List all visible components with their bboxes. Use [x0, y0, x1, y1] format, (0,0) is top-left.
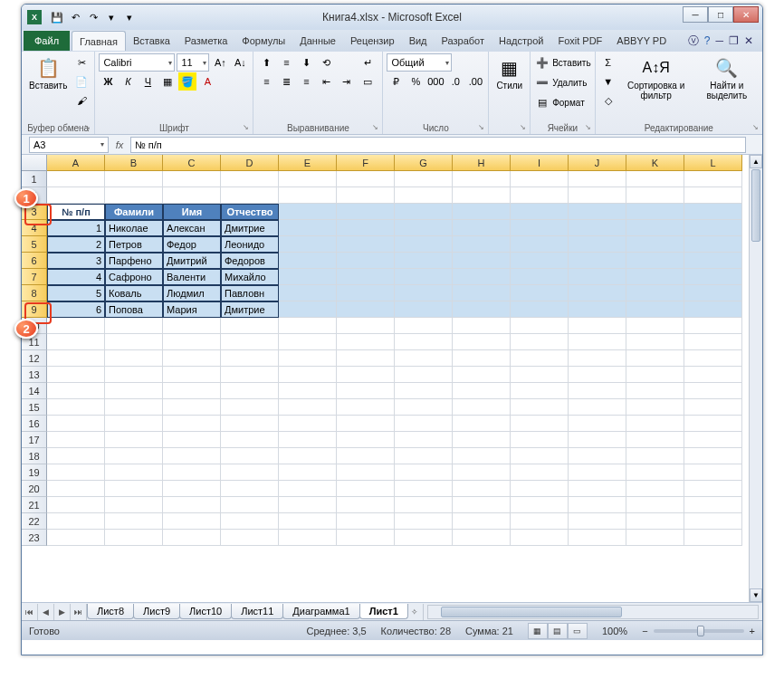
cell-F19[interactable] — [337, 464, 395, 481]
cell-I1[interactable] — [511, 171, 569, 187]
cell-B3[interactable]: Фамили — [105, 204, 163, 220]
column-header-G[interactable]: G — [395, 155, 453, 171]
cell-F12[interactable] — [337, 350, 395, 367]
wb-restore-icon[interactable]: ❐ — [729, 34, 739, 47]
cell-E23[interactable] — [279, 530, 337, 546]
cell-G2[interactable] — [395, 187, 453, 204]
file-tab[interactable]: Файл — [24, 31, 70, 51]
styles-button[interactable]: ▦ Стили — [492, 53, 526, 92]
column-header-D[interactable]: D — [221, 155, 279, 171]
cell-G5[interactable] — [395, 236, 453, 253]
cell-C17[interactable] — [163, 432, 221, 448]
cell-H4[interactable] — [453, 220, 511, 236]
cell-B8[interactable]: Коваль — [105, 285, 163, 301]
wrap-text-icon[interactable]: ↵ — [357, 53, 378, 72]
cell-C23[interactable] — [163, 530, 221, 546]
cell-E21[interactable] — [279, 497, 337, 513]
row-header-23[interactable]: 23 — [22, 530, 47, 546]
cell-E22[interactable] — [279, 513, 337, 530]
cell-K18[interactable] — [626, 448, 684, 464]
row-header-12[interactable]: 12 — [22, 350, 47, 367]
cell-A22[interactable] — [47, 513, 105, 530]
format-painter-icon[interactable]: 🖌 — [72, 91, 91, 110]
cell-G19[interactable] — [395, 464, 453, 481]
cell-A8[interactable]: 5 — [47, 285, 105, 301]
column-header-F[interactable]: F — [337, 155, 395, 171]
zoom-slider[interactable]: − + — [642, 626, 755, 636]
cell-C11[interactable] — [163, 334, 221, 350]
select-all-corner[interactable] — [22, 155, 47, 171]
cell-K15[interactable] — [626, 399, 684, 416]
cell-K11[interactable] — [626, 334, 684, 350]
cell-H6[interactable] — [453, 253, 511, 269]
worksheet-grid[interactable]: ABCDEFGHIJKL 123456789101112131415161718… — [22, 155, 762, 602]
cell-L2[interactable] — [684, 187, 742, 204]
cell-B15[interactable] — [105, 399, 163, 416]
cell-C13[interactable] — [163, 367, 221, 383]
column-header-B[interactable]: B — [105, 155, 163, 171]
cell-B18[interactable] — [105, 448, 163, 464]
cell-H11[interactable] — [453, 334, 511, 350]
cell-I8[interactable] — [511, 285, 569, 301]
number-format-combo[interactable]: Общий — [387, 53, 452, 72]
cell-G18[interactable] — [395, 448, 453, 464]
indent-inc-icon[interactable]: ⇥ — [337, 72, 355, 91]
cell-H2[interactable] — [453, 187, 511, 204]
row-header-17[interactable]: 17 — [22, 432, 47, 448]
tab-review[interactable]: Рецензир — [343, 31, 402, 51]
cell-A6[interactable]: 3 — [47, 253, 105, 269]
cell-H22[interactable] — [453, 513, 511, 530]
cell-J16[interactable] — [569, 416, 626, 432]
cell-D23[interactable] — [221, 530, 279, 546]
vertical-scrollbar[interactable]: ▲ ▼ — [749, 155, 762, 602]
cell-B5[interactable]: Петров — [105, 236, 163, 253]
cell-H17[interactable] — [453, 432, 511, 448]
tab-addins[interactable]: Надстрой — [492, 31, 550, 51]
cell-H1[interactable] — [453, 171, 511, 187]
cell-D7[interactable]: Михайло — [221, 269, 279, 285]
cell-G4[interactable] — [395, 220, 453, 236]
cell-A2[interactable] — [47, 187, 105, 204]
cell-K14[interactable] — [626, 383, 684, 399]
minimize-button[interactable]: ─ — [683, 6, 708, 23]
cell-J5[interactable] — [569, 236, 626, 253]
indent-dec-icon[interactable]: ⇤ — [317, 72, 335, 91]
cell-E18[interactable] — [279, 448, 337, 464]
row-header-20[interactable]: 20 — [22, 481, 47, 497]
cell-E2[interactable] — [279, 187, 337, 204]
cell-F20[interactable] — [337, 481, 395, 497]
cell-L7[interactable] — [684, 269, 742, 285]
cell-G13[interactable] — [395, 367, 453, 383]
bold-button[interactable]: Ж — [99, 72, 117, 91]
cell-D16[interactable] — [221, 416, 279, 432]
cell-G17[interactable] — [395, 432, 453, 448]
cell-A10[interactable] — [47, 318, 105, 334]
cell-A12[interactable] — [47, 350, 105, 367]
cell-K23[interactable] — [626, 530, 684, 546]
cell-F17[interactable] — [337, 432, 395, 448]
cell-D10[interactable] — [221, 318, 279, 334]
cell-D4[interactable]: Дмитрие — [221, 220, 279, 236]
cell-I23[interactable] — [511, 530, 569, 546]
grow-font-icon[interactable]: A↑ — [211, 53, 229, 72]
cell-L21[interactable] — [684, 497, 742, 513]
cell-J15[interactable] — [569, 399, 626, 416]
inc-dec-icon[interactable]: .0 — [446, 72, 464, 91]
cell-I9[interactable] — [511, 301, 569, 318]
cell-I6[interactable] — [511, 253, 569, 269]
cell-I17[interactable] — [511, 432, 569, 448]
cell-B1[interactable] — [105, 171, 163, 187]
cell-C2[interactable] — [163, 187, 221, 204]
cell-C12[interactable] — [163, 350, 221, 367]
column-header-A[interactable]: A — [47, 155, 105, 171]
cell-H12[interactable] — [453, 350, 511, 367]
cell-G7[interactable] — [395, 269, 453, 285]
comma-icon[interactable]: 000 — [426, 72, 445, 91]
cell-G22[interactable] — [395, 513, 453, 530]
column-header-K[interactable]: K — [626, 155, 684, 171]
cell-E5[interactable] — [279, 236, 337, 253]
cell-C6[interactable]: Дмитрий — [163, 253, 221, 269]
cells-area[interactable]: № п/пФамилиИмяОтчество1НиколаеАлексанДми… — [47, 171, 749, 602]
cell-D6[interactable]: Федоров — [221, 253, 279, 269]
new-sheet-button[interactable]: ✧ — [407, 604, 424, 620]
